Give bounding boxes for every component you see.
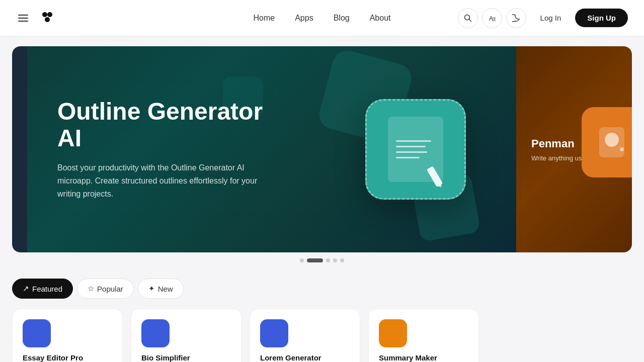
translate-icon: A 文 [488, 14, 496, 22]
nav-item-blog[interactable]: Blog [326, 10, 358, 27]
slide-content: Outline Generator AI Boost your producti… [27, 68, 304, 230]
doc-line-4 [396, 157, 420, 158]
svg-text:文: 文 [492, 17, 496, 22]
svg-point-2 [45, 17, 50, 22]
nav-item-apps[interactable]: Apps [287, 10, 321, 27]
card-title-1: Essay Editor Pro [23, 353, 112, 362]
theme-toggle-button[interactable] [506, 8, 526, 28]
carousel-track: Outline Generator AI Boost your producti… [12, 46, 632, 252]
slide-description: Boost your productivity with the Outline… [57, 161, 269, 200]
svg-point-10 [605, 133, 619, 147]
menu-icon[interactable] [16, 13, 30, 24]
filter-section: ↗ Featured ☆ Popular ✦ New [0, 270, 644, 305]
dot-1[interactable] [300, 258, 304, 262]
carousel-dots [12, 258, 632, 262]
doc-line-2 [396, 146, 426, 147]
svg-line-4 [469, 19, 471, 21]
logo[interactable] [38, 9, 56, 27]
card-icon-1 [23, 319, 51, 347]
tab-popular-label: Popular [97, 285, 123, 293]
dot-3[interactable] [326, 258, 330, 262]
sparkle-icon: ✦ [148, 284, 155, 293]
app-card-3[interactable]: Lorem Generator Developer Tool [250, 309, 360, 362]
carousel-prev-peek[interactable] [12, 46, 27, 252]
app-cards-section: Essay Editor Pro AI Writing Tool Bio Sim… [0, 305, 644, 362]
translate-button[interactable]: A 文 [482, 8, 502, 28]
card-title-3: Lorem Generator [260, 353, 350, 362]
slide-icon-area [365, 99, 466, 200]
next-slide-icon [582, 107, 632, 177]
app-card-2[interactable]: Bio Simplifier Text Tool [131, 309, 242, 362]
carousel-slide-main[interactable]: Outline Generator AI Boost your producti… [27, 46, 516, 252]
card-icon-3 [260, 319, 288, 347]
nav-item-about[interactable]: About [362, 10, 399, 27]
dot-4[interactable] [333, 258, 337, 262]
document-icon [388, 117, 443, 182]
search-icon [464, 14, 472, 22]
dot-5[interactable] [340, 258, 344, 262]
search-button[interactable] [458, 8, 478, 28]
doc-line-3 [396, 151, 427, 153]
svg-point-1 [47, 12, 52, 17]
filter-tabs: ↗ Featured ☆ Popular ✦ New [12, 279, 632, 299]
app-icon-main [365, 99, 466, 200]
header: Home Apps Blog About A 文 Log In Sign Up [0, 0, 644, 36]
pen-icon [421, 157, 455, 192]
doc-line-1 [396, 140, 431, 142]
carousel-section: Outline Generator AI Boost your producti… [0, 36, 644, 270]
tab-featured[interactable]: ↗ Featured [12, 279, 73, 299]
next-peek-indicator [620, 147, 624, 151]
header-right: A 文 Log In Sign Up [458, 8, 628, 28]
card-title-2: Bio Simplifier [141, 353, 231, 362]
tab-new[interactable]: ✦ New [138, 279, 184, 299]
tab-popular[interactable]: ☆ Popular [77, 279, 134, 299]
svg-point-0 [42, 12, 47, 17]
header-left [16, 9, 56, 27]
penman-icon [597, 125, 627, 160]
nav-item-home[interactable]: Home [246, 10, 283, 27]
main-nav: Home Apps Blog About [246, 10, 399, 27]
star-icon: ☆ [88, 284, 94, 293]
slide-title: Outline Generator AI [57, 99, 274, 152]
card-icon-4 [379, 319, 407, 347]
card-icon-2 [141, 319, 170, 347]
tab-featured-label: Featured [32, 285, 62, 293]
trending-icon: ↗ [23, 284, 29, 293]
app-card-1[interactable]: Essay Editor Pro AI Writing Tool [12, 309, 123, 362]
signup-button[interactable]: Sign Up [575, 9, 628, 27]
app-card-4[interactable]: Summary Maker AI Tool [368, 309, 479, 362]
carousel-wrapper: Outline Generator AI Boost your producti… [12, 46, 632, 252]
card-title-4: Summary Maker [379, 353, 468, 362]
carousel-next-peek[interactable]: Penman Write anything using AI [516, 46, 632, 252]
dot-2[interactable] [307, 258, 323, 262]
tab-new-label: New [158, 285, 173, 293]
moon-icon [512, 14, 520, 22]
login-button[interactable]: Log In [530, 10, 572, 26]
